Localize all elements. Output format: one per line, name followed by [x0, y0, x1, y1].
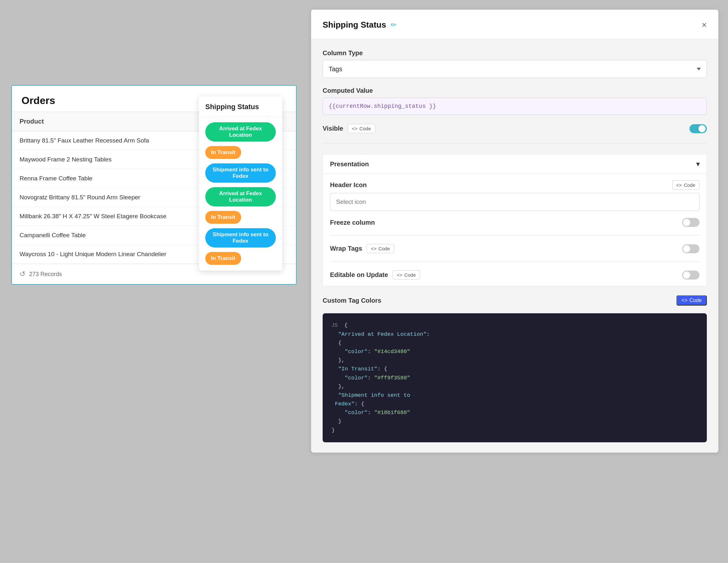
wrap-tags-code-badge[interactable]: <> Code	[367, 244, 394, 253]
wrap-tags-label-group: Wrap Tags <> Code	[330, 244, 394, 253]
editable-label-group: Editable on Update <> Code	[330, 270, 420, 279]
status-badge: Shipment info sent to Fedex	[205, 163, 276, 183]
list-item: Shipment info sent to Fedex	[205, 163, 276, 183]
status-badge: Shipment info sent to Fedex	[205, 228, 276, 247]
presentation-section: Presentation ▾ Header Icon <> Code	[323, 154, 707, 286]
chevron-down-icon: ▾	[696, 160, 699, 168]
list-item: Arrived at Fedex Location	[205, 187, 276, 206]
freeze-column-row: Freeze column	[330, 218, 699, 227]
code-button[interactable]: <> Code	[676, 295, 707, 306]
custom-tag-colors-group: Custom Tag Colors <> Code JS { "Arrived …	[323, 295, 707, 442]
status-badge: In Transit	[205, 211, 241, 224]
custom-colors-label: Custom Tag Colors	[323, 297, 381, 304]
status-badge: Arrived at Fedex Location	[205, 122, 276, 141]
settings-body: Column Type Tags Text Number Date Boolea…	[311, 39, 718, 453]
close-button[interactable]: ×	[702, 21, 707, 30]
freeze-column-label: Freeze column	[330, 219, 375, 226]
code-icon-5: <>	[681, 298, 688, 303]
presentation-header[interactable]: Presentation ▾	[323, 154, 707, 174]
cell-product: Maywood Frame 2 Nesting Tables	[12, 150, 216, 169]
list-item: Arrived at Fedex Location	[205, 122, 276, 141]
records-count: 273 Records	[29, 271, 62, 277]
status-badge: In Transit	[205, 146, 241, 159]
cell-product: Novogratz Brittany 81.5" Round Arm Sleep…	[12, 188, 216, 207]
visible-row: Visible <> Code	[323, 124, 707, 133]
popup-header: Shipping Status	[199, 96, 282, 116]
visible-label: Visible	[323, 125, 343, 132]
presentation-label: Presentation	[330, 160, 369, 168]
editable-on-update-label: Editable on Update	[330, 271, 388, 278]
column-type-label: Column Type	[323, 49, 707, 57]
settings-panel: Shipping Status ✏ × Column Type Tags Tex…	[311, 10, 718, 453]
column-type-select[interactable]: Tags Text Number Date Boolean	[323, 60, 707, 78]
editable-on-update-toggle[interactable]	[682, 270, 699, 279]
list-item: Shipment info sent to Fedex	[205, 228, 276, 247]
popup-tags-list: Arrived at Fedex LocationIn TransitShipm…	[199, 116, 282, 270]
wrap-tags-label: Wrap Tags	[330, 245, 362, 252]
presentation-body: Header Icon <> Code Freeze column	[323, 174, 707, 286]
col-product: Product	[12, 112, 216, 131]
code-editor: JS { "Arrived at Fedex Location": { "col…	[323, 313, 707, 442]
records-icon: ↺	[20, 270, 25, 278]
cell-product: Waycross 10 - Light Unique Modern Linear…	[12, 245, 216, 264]
visible-label-group: Visible <> Code	[323, 124, 375, 133]
editable-on-update-row: Editable on Update <> Code	[330, 270, 699, 279]
edit-icon[interactable]: ✏	[391, 21, 396, 29]
divider-2	[330, 235, 699, 235]
js-label: JS	[332, 323, 338, 329]
computed-value-input[interactable]	[323, 98, 707, 115]
code-icon-2: <>	[676, 182, 682, 188]
visible-code-badge[interactable]: <> Code	[348, 124, 375, 133]
custom-colors-header: Custom Tag Colors <> Code	[323, 295, 707, 306]
status-badge: In Transit	[205, 252, 241, 265]
list-item: In Transit	[205, 211, 276, 224]
header-icon-row: Header Icon <> Code	[330, 180, 699, 190]
list-item: In Transit	[205, 146, 276, 159]
settings-title: Shipping Status	[323, 20, 386, 30]
header-icon-code-badge[interactable]: <> Code	[672, 180, 699, 190]
code-icon-4: <>	[397, 272, 402, 277]
wrap-tags-row: Wrap Tags <> Code	[330, 244, 699, 253]
column-type-group: Column Type Tags Text Number Date Boolea…	[323, 49, 707, 78]
settings-title-row: Shipping Status ✏	[323, 20, 396, 30]
editable-code-badge[interactable]: <> Code	[393, 270, 420, 279]
wrap-tags-toggle[interactable]	[682, 244, 699, 253]
divider-3	[330, 261, 699, 262]
shipping-status-popup: Shipping Status Arrived at Fedex Locatio…	[199, 96, 282, 270]
popup-title: Shipping Status	[205, 103, 259, 111]
header-icon-label: Header Icon	[330, 181, 367, 189]
cell-product: Renna Frame Coffee Table	[12, 169, 216, 188]
computed-value-label: Computed Value	[323, 87, 707, 94]
list-item: In Transit	[205, 252, 276, 265]
divider-1	[323, 143, 707, 144]
status-badge: Arrived at Fedex Location	[205, 187, 276, 206]
select-icon-input[interactable]	[330, 193, 699, 211]
cell-product: Campanelli Coffee Table	[12, 226, 216, 245]
header-icon-group: Header Icon <> Code	[330, 180, 699, 211]
toggle-thumb	[698, 125, 706, 132]
computed-value-group: Computed Value	[323, 87, 707, 115]
cell-product: Brittany 81.5" Faux Leather Recessed Arm…	[12, 131, 216, 150]
freeze-column-toggle[interactable]	[682, 218, 699, 227]
toggle-thumb-3	[683, 245, 690, 252]
code-icon-3: <>	[371, 246, 377, 251]
code-icon: <>	[352, 126, 358, 131]
cell-product: Millbank 26.38" H X 47.25" W Steel Etage…	[12, 207, 216, 226]
visible-toggle[interactable]	[690, 124, 707, 133]
orders-title: Orders	[21, 95, 55, 106]
toggle-thumb-4	[683, 271, 690, 278]
settings-header: Shipping Status ✏ ×	[311, 10, 718, 39]
toggle-thumb-2	[683, 219, 690, 226]
